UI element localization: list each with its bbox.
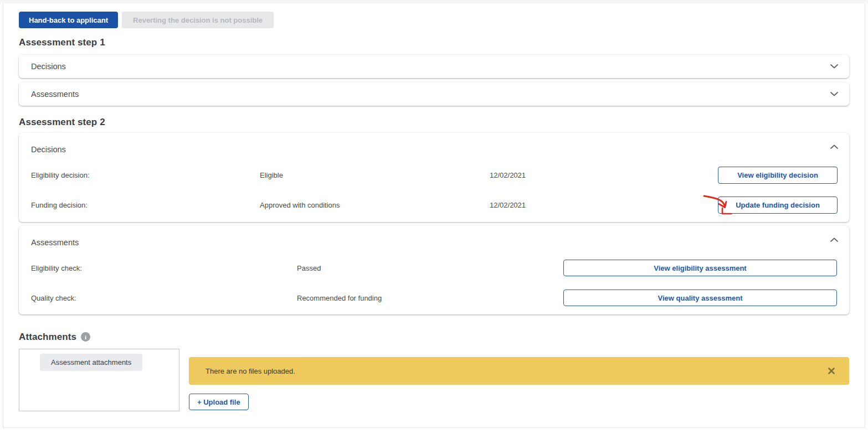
upload-file-button[interactable]: + Upload file	[189, 394, 249, 410]
step2-assessments-panel: Assessments Eligibility check: Passed Vi…	[19, 226, 849, 314]
eligibility-decision-row: Eligibility decision: Eligible 12/02/202…	[19, 167, 849, 184]
no-files-alert: There are no files uploaded.	[189, 357, 849, 385]
step1-decisions-title: Decisions	[31, 62, 66, 71]
hand-back-to-applicant-button[interactable]: Hand-back to applicant	[19, 12, 118, 28]
eligibility-decision-date: 12/02/2021	[490, 171, 718, 179]
quality-check-label: Quality check:	[31, 294, 297, 302]
funding-decision-row: Funding decision: Approved with conditio…	[19, 197, 849, 214]
info-icon[interactable]: i	[81, 332, 90, 342]
step1-decisions-accordion[interactable]: Decisions	[19, 55, 849, 78]
step2-decisions-panel: Decisions Eligibility decision: Eligible…	[19, 133, 849, 222]
step2-decisions-title: Decisions	[31, 144, 66, 154]
no-files-alert-text: There are no files uploaded.	[206, 367, 295, 375]
chevron-up-icon[interactable]	[830, 237, 838, 242]
quality-check-value: Recommended for funding	[297, 294, 563, 302]
attachments-tab-box: Assessment attachments	[19, 349, 179, 411]
eligibility-check-value: Passed	[297, 264, 563, 272]
funding-decision-value: Approved with conditions	[260, 201, 490, 209]
attachments-title: Attachments	[19, 332, 76, 343]
attachments-section: Attachments i	[19, 332, 849, 343]
step2-assessments-header[interactable]: Assessments	[19, 226, 849, 247]
eligibility-check-label: Eligibility check:	[31, 264, 297, 272]
assessment-step-1-title: Assessment step 1	[19, 37, 849, 48]
main-panel: Hand-back to applicant Reverting the dec…	[3, 3, 865, 428]
step2-decisions-header[interactable]: Decisions	[19, 133, 849, 154]
eligibility-check-row: Eligibility check: Passed View eligibili…	[19, 260, 849, 276]
step2-assessments-title: Assessments	[31, 237, 79, 247]
assessment-step-2-title: Assessment step 2	[19, 117, 849, 128]
step1-assessments-accordion[interactable]: Assessments	[19, 82, 849, 106]
action-button-row: Hand-back to applicant Reverting the dec…	[19, 12, 849, 28]
chevron-down-icon[interactable]	[830, 64, 838, 69]
chevron-down-icon[interactable]	[830, 92, 838, 96]
chevron-up-icon[interactable]	[830, 144, 838, 149]
assessment-attachments-tab[interactable]: Assessment attachments	[40, 354, 142, 371]
funding-decision-date: 12/02/2021	[490, 201, 718, 209]
step1-assessments-title: Assessments	[31, 90, 79, 99]
quality-check-row: Quality check: Recommended for funding V…	[19, 290, 849, 306]
view-eligibility-decision-button[interactable]: View eligibility decision	[718, 167, 838, 184]
update-funding-decision-button[interactable]: Update funding decision	[718, 197, 838, 214]
eligibility-decision-value: Eligible	[260, 171, 490, 179]
eligibility-decision-label: Eligibility decision:	[31, 171, 260, 179]
view-quality-assessment-button[interactable]: View quality assessment	[563, 290, 837, 306]
attachments-area: Assessment attachments There are no file…	[19, 349, 849, 411]
close-icon[interactable]	[828, 368, 835, 374]
funding-decision-label: Funding decision:	[31, 201, 260, 209]
view-eligibility-assessment-button[interactable]: View eligibility assessment	[563, 260, 837, 276]
revert-decision-disabled-button: Reverting the decision is not possible	[122, 12, 274, 28]
